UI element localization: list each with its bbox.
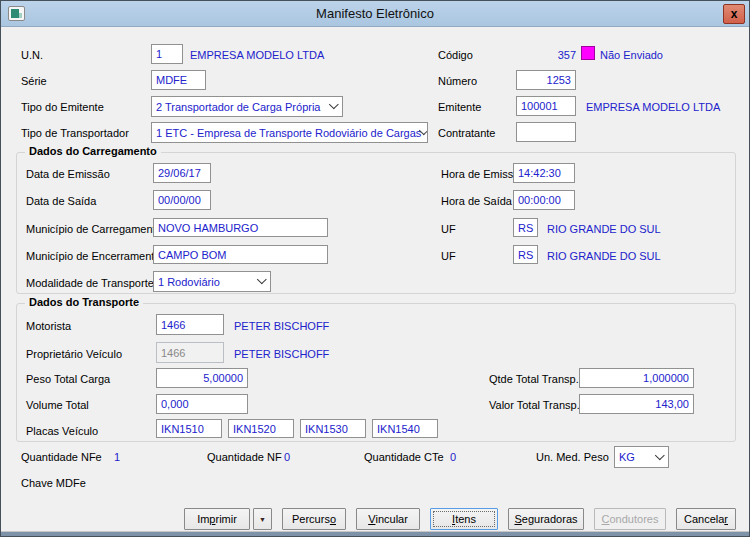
valor-total-label: Valor Total Transp.	[489, 399, 580, 411]
municipio-carregamento-field[interactable]: NOVO HAMBURGO	[153, 218, 328, 237]
dados-transporte-title: Dados do Transporte	[25, 296, 143, 308]
data-saida-field[interactable]: 00/00/00	[153, 190, 211, 210]
uf-carregamento-description: RIO GRANDE DO SUL	[547, 223, 661, 235]
un-med-peso-select[interactable]: KG	[614, 446, 669, 468]
hora-saida-field[interactable]: 00:00:00	[513, 190, 575, 210]
placas-label: Placas Veículo	[26, 425, 98, 437]
emitente-label: Emitente	[438, 101, 481, 113]
uf-carregamento-field[interactable]: RS	[513, 218, 538, 237]
quantidade-nfe-label: Quantidade NFe	[21, 451, 102, 463]
placa-field-1[interactable]: IKN1510	[156, 419, 222, 438]
uf-carregamento-label: UF	[441, 223, 456, 235]
municipio-encerramento-label: Município de Encerramento	[26, 250, 161, 262]
manifesto-eletronico-dialog: Manifesto Eletrônico x U.N. 1 EMPRESA MO…	[0, 0, 750, 537]
serie-field[interactable]: MDFE	[151, 70, 206, 90]
numero-label: Número	[438, 75, 477, 87]
data-emissao-field[interactable]: 29/06/17	[153, 163, 211, 183]
peso-total-label: Peso Total Carga	[26, 373, 110, 385]
close-icon[interactable]: x	[723, 4, 745, 24]
emitente-field[interactable]: 100001	[516, 96, 576, 116]
cancelar-button[interactable]: Cancelar	[676, 508, 736, 530]
chevron-down-icon	[655, 450, 665, 460]
un-description: EMPRESA MODELO LTDA	[190, 49, 324, 61]
un-field[interactable]: 1	[151, 44, 183, 64]
titlebar: Manifesto Eletrônico x	[1, 1, 749, 27]
placa-field-3[interactable]: IKN1530	[300, 419, 366, 438]
proprietario-description: PETER BISCHOFF	[234, 348, 329, 360]
vincular-button[interactable]: Vincular	[356, 508, 420, 530]
contratante-field[interactable]	[516, 122, 576, 142]
municipio-carregamento-label: Município de Carregamento	[26, 223, 162, 235]
volume-total-label: Volume Total	[26, 399, 89, 411]
peso-total-field[interactable]: 5,00000	[156, 368, 248, 388]
imprimir-dropdown-button[interactable]: ▼	[253, 508, 272, 530]
tipo-emitente-label: Tipo do Emitente	[21, 101, 104, 113]
serie-label: Série	[21, 75, 47, 87]
chevron-down-icon	[329, 99, 339, 109]
valor-total-field[interactable]: 143,00	[579, 394, 694, 414]
emitente-description: EMPRESA MODELO LTDA	[586, 101, 720, 113]
dados-carregamento-title: Dados do Carregamento	[25, 145, 161, 157]
proprietario-label: Proprietário Veículo	[26, 348, 122, 360]
uf-encerramento-field[interactable]: RS	[513, 245, 538, 264]
imprimir-button[interactable]: Imprimir	[184, 508, 250, 530]
quantidade-nf-label: Quantidade NF	[207, 451, 282, 463]
modalidade-select[interactable]: 1 Rodoviário	[153, 271, 271, 292]
status-badge: Não Enviado	[600, 49, 663, 61]
numero-field[interactable]: 1253	[516, 70, 576, 90]
tipo-transportador-label: Tipo de Transportador	[21, 127, 129, 139]
motorista-description: PETER BISCHOFF	[234, 320, 329, 332]
proprietario-field: 1466	[156, 342, 224, 363]
volume-total-field[interactable]: 0,000	[156, 394, 248, 414]
data-saida-label: Data de Saída	[26, 195, 96, 207]
uf-encerramento-description: RIO GRANDE DO SUL	[547, 250, 661, 262]
municipio-encerramento-field[interactable]: CAMPO BOM	[153, 245, 328, 264]
window-title: Manifesto Eletrônico	[1, 6, 749, 21]
quantidade-cte-label: Quantidade CTe	[364, 451, 444, 463]
motorista-field[interactable]: 1466	[156, 314, 224, 335]
modalidade-value: 1 Rodoviário	[158, 276, 220, 288]
seguradoras-button[interactable]: Seguradoras	[508, 508, 584, 530]
qtde-total-field[interactable]: 1,000000	[579, 368, 694, 388]
tipo-emitente-value: 2 Transportador de Carga Própria	[156, 101, 320, 113]
qtde-total-label: Qtde Total Transp.	[489, 373, 579, 385]
data-emissao-label: Data de Emissão	[26, 168, 110, 180]
tipo-transportador-select[interactable]: 1 ETC - Empresa de Transporte Rodoviário…	[151, 122, 428, 143]
tipo-emitente-select[interactable]: 2 Transportador de Carga Própria	[151, 96, 343, 117]
placa-field-4[interactable]: IKN1540	[372, 419, 438, 438]
contratante-label: Contratante	[438, 127, 495, 139]
chevron-down-icon	[257, 274, 267, 284]
status-color-square	[581, 46, 595, 60]
codigo-label: Código	[438, 49, 473, 61]
uf-encerramento-label: UF	[441, 250, 456, 262]
quantidade-cte-value: 0	[450, 451, 456, 463]
condutores-button: Condutores	[594, 508, 666, 530]
dropdown-arrow-icon: ▼	[259, 516, 266, 523]
itens-button[interactable]: Itens	[430, 508, 498, 530]
modalidade-label: Modalidade de Transporte	[26, 277, 154, 289]
un-label: U.N.	[21, 49, 43, 61]
tipo-transportador-value: 1 ETC - Empresa de Transporte Rodoviário…	[156, 127, 421, 139]
motorista-label: Motorista	[26, 320, 71, 332]
window-bottom-frame	[1, 531, 749, 536]
hora-saida-label: Hora de Saída	[441, 195, 512, 207]
chave-mdfe-label: Chave MDFe	[21, 477, 86, 489]
placa-field-2[interactable]: IKN1520	[228, 419, 294, 438]
quantidade-nf-value: 0	[284, 451, 290, 463]
un-med-peso-label: Un. Med. Peso	[536, 451, 609, 463]
quantidade-nfe-value: 1	[114, 451, 120, 463]
un-med-peso-value: KG	[619, 451, 635, 463]
percurso-button[interactable]: Percurso	[282, 508, 346, 530]
codigo-value: 357	[531, 49, 576, 61]
hora-emissao-field[interactable]: 14:42:30	[513, 163, 575, 183]
